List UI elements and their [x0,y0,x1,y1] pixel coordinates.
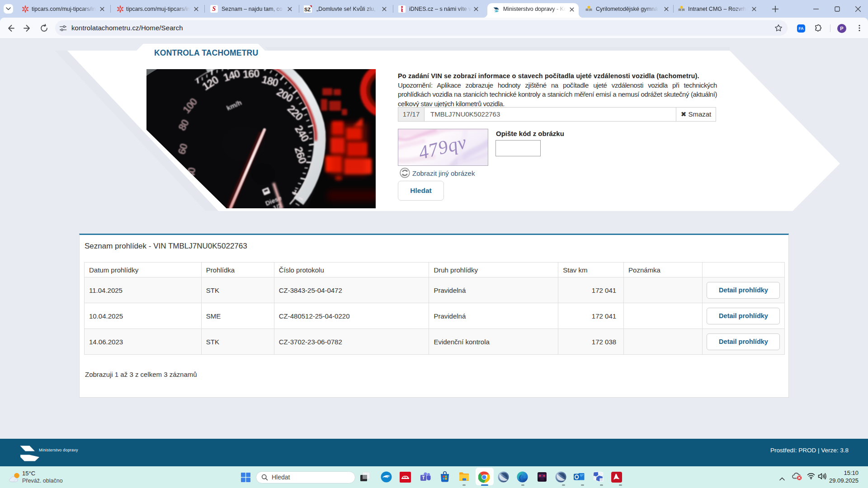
svg-text:S: S [212,5,216,12]
svg-text:SZ: SZ [304,7,311,12]
svg-text:160: 160 [242,69,260,80]
svg-text:T: T [422,475,425,480]
